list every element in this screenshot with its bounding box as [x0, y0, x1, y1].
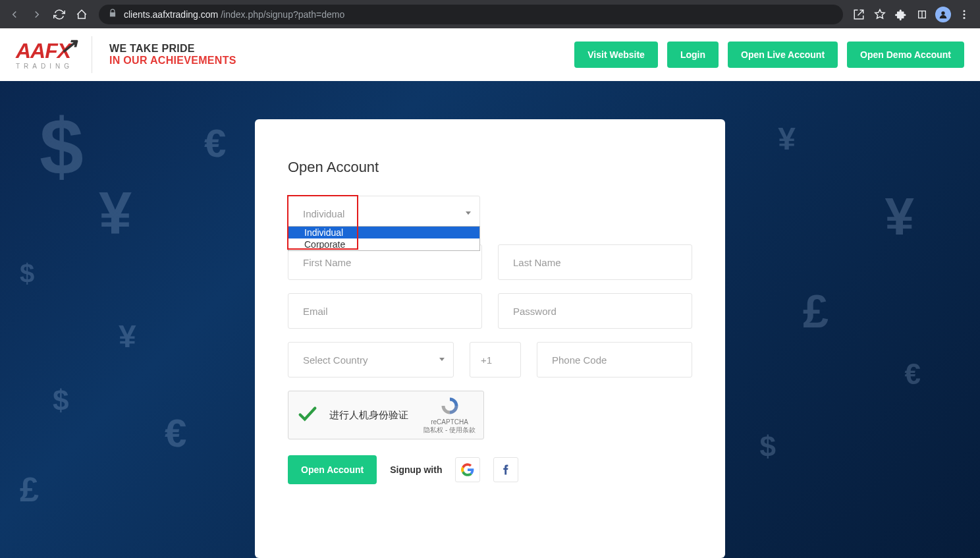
window-icon[interactable]: [914, 7, 930, 22]
account-type-option-individual[interactable]: Individual: [288, 227, 479, 238]
svg-point-4: [964, 13, 966, 15]
tagline-line2: IN OUR ACHIEVEMENTS: [109, 55, 236, 67]
phone-input[interactable]: [537, 342, 692, 377]
forward-button[interactable]: [28, 5, 46, 24]
visit-website-button[interactable]: Visit Website: [574, 42, 658, 68]
login-button[interactable]: Login: [667, 42, 719, 68]
open-demo-account-button[interactable]: Open Demo Account: [847, 42, 964, 68]
address-bar[interactable]: clients.aafxtrading.com/index.php/signup…: [99, 5, 843, 24]
open-live-account-button[interactable]: Open Live Account: [728, 42, 838, 68]
facebook-signup-button[interactable]: [493, 457, 518, 482]
google-signup-button[interactable]: [455, 457, 480, 482]
logo-brand: AAFX↗: [16, 40, 73, 61]
email-input[interactable]: [288, 293, 482, 329]
captcha-brand: reCAPTCHA: [431, 418, 468, 426]
recaptcha-widget[interactable]: 进行人机身份验证 reCAPTCHA 隐私权 - 使用条款: [288, 391, 484, 439]
signup-with-label: Signup with: [390, 464, 442, 475]
bookmark-icon[interactable]: [872, 7, 888, 22]
site-header: AAFX↗ TRADING WE TAKE PRIDE IN OUR ACHIE…: [0, 28, 980, 81]
browser-toolbar: clients.aafxtrading.com/index.php/signup…: [0, 0, 980, 28]
recaptcha-icon: [440, 396, 460, 418]
home-button[interactable]: [72, 5, 91, 24]
tagline-line1: WE TAKE PRIDE: [109, 43, 236, 55]
form-title: Open Account: [288, 159, 692, 176]
logo-sub: TRADING: [16, 63, 73, 70]
phone-country-code[interactable]: +1: [470, 342, 521, 377]
kebab-menu-icon[interactable]: [956, 7, 972, 22]
checkmark-icon: [296, 403, 319, 428]
account-type-option-corporate[interactable]: Corporate: [288, 238, 479, 250]
captcha-terms: 隐私权 - 使用条款: [423, 426, 476, 435]
country-select[interactable]: Select Country: [288, 342, 454, 377]
back-button[interactable]: [5, 5, 24, 24]
hero-background: $ € ¥ $ ¥ $ € £ ¥ ¥ £ € $ Open Account I…: [0, 81, 980, 558]
lock-icon: [108, 9, 117, 20]
svg-point-3: [964, 10, 966, 12]
form-card: Open Account Individual Individual Corpo…: [255, 119, 725, 558]
open-account-button[interactable]: Open Account: [288, 455, 377, 484]
account-type-dropdown: Individual Corporate: [288, 226, 480, 251]
password-input[interactable]: [498, 293, 692, 329]
url-path: /index.php/signup?path=demo: [221, 9, 344, 20]
profile-avatar[interactable]: [935, 7, 951, 22]
tagline: WE TAKE PRIDE IN OUR ACHIEVEMENTS: [109, 43, 236, 67]
svg-point-5: [964, 16, 966, 18]
logo[interactable]: AAFX↗ TRADING: [16, 36, 92, 73]
svg-point-2: [941, 11, 944, 14]
share-icon[interactable]: [851, 7, 867, 22]
url-host: clients.aafxtrading.com: [124, 9, 218, 20]
extensions-icon[interactable]: [893, 7, 909, 22]
header-nav: Visit Website Login Open Live Account Op…: [574, 42, 964, 68]
reload-button[interactable]: [50, 5, 68, 24]
captcha-label: 进行人机身份验证: [329, 409, 408, 422]
last-name-input[interactable]: [498, 244, 692, 280]
